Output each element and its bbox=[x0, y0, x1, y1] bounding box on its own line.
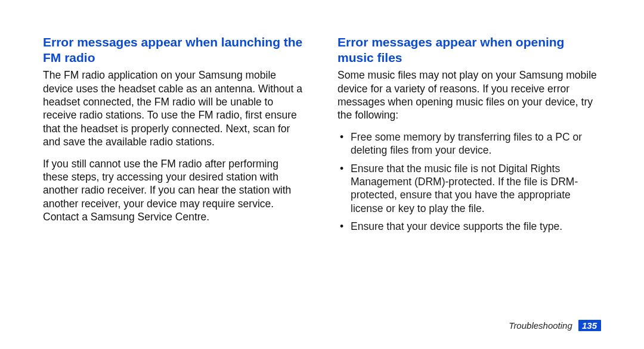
right-column: Error messages appear when opening music… bbox=[338, 35, 601, 238]
paragraph-fm-radio-antenna: The FM radio application on your Samsung… bbox=[43, 68, 306, 148]
list-item: Ensure that your device supports the fil… bbox=[348, 220, 601, 233]
heading-music-file-errors: Error messages appear when opening music… bbox=[338, 35, 601, 65]
page-footer: Troubleshooting 135 bbox=[43, 320, 601, 331]
heading-fm-radio-errors: Error messages appear when launching the… bbox=[43, 35, 306, 65]
paragraph-music-intro: Some music files may not play on your Sa… bbox=[338, 68, 601, 122]
footer-page-number: 135 bbox=[578, 320, 601, 331]
list-item: Ensure that the music file is not Digita… bbox=[348, 162, 601, 216]
footer-section-name: Troubleshooting bbox=[509, 320, 572, 331]
left-column: Error messages appear when launching the… bbox=[43, 35, 306, 238]
two-column-layout: Error messages appear when launching the… bbox=[43, 35, 601, 238]
bullet-list-music-fixes: Free some memory by transferring files t… bbox=[338, 130, 601, 233]
page: Error messages appear when launching the… bbox=[0, 0, 644, 349]
paragraph-fm-radio-service: If you still cannot use the FM radio aft… bbox=[43, 157, 306, 224]
list-item: Free some memory by transferring files t… bbox=[348, 130, 601, 157]
